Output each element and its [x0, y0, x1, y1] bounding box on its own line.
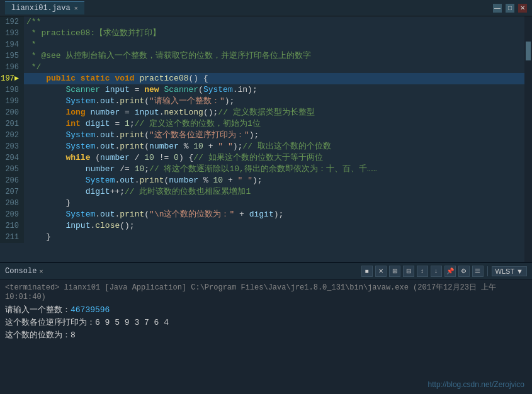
code-token: .: [95, 96, 100, 106]
code-token: =: [130, 85, 144, 94]
console-pin-btn[interactable]: 📌: [444, 266, 456, 277]
line-content: int digit = 1;// 定义这个数的位数，初始为1位: [24, 118, 524, 130]
code-line: 200 long number = input.nextLong();// 定义…: [0, 107, 524, 118]
code-token: +: [234, 210, 249, 219]
editor-tab[interactable]: lianxi01.java ✕: [5, 1, 84, 14]
editor-scrollbar[interactable]: [524, 16, 532, 262]
console-output-line: 这个数各位逆序打印为：6 9 5 9 3 7 6 4: [5, 317, 527, 329]
code-token: =: [120, 108, 134, 117]
code-line: 201 int digit = 1;// 定义这个数的位数，初始为1位: [0, 118, 524, 130]
code-token: System: [65, 142, 95, 151]
code-token: =: [110, 119, 125, 128]
code-token: (: [144, 96, 149, 106]
code-token: !=: [154, 153, 174, 162]
code-token: * practice08:【求位数并打印】: [26, 28, 161, 38]
line-content: input.close();: [24, 220, 524, 232]
console-scroll-lock-btn[interactable]: ↕: [417, 266, 428, 277]
code-token: System: [203, 85, 233, 94]
code-line: 198 Scanner input = new Scanner(System.i…: [0, 84, 524, 96]
code-token: "请输入一个整数：": [149, 96, 225, 106]
code-token: // 定义数据类型为长整型: [218, 108, 314, 117]
line-number: 205: [0, 164, 24, 175]
line-number: 201: [0, 118, 24, 130]
code-token: print: [120, 130, 144, 140]
line-number: 209: [0, 209, 24, 220]
code-token: .: [95, 130, 100, 140]
maximize-button[interactable]: □: [506, 4, 514, 13]
code-token: /**: [26, 17, 41, 26]
code-token: out: [100, 96, 115, 106]
title-bar: lianxi01.java ✕ — □ ✕: [0, 0, 532, 16]
wlst-button[interactable]: WLST ▼: [492, 266, 527, 276]
code-token: 10: [135, 164, 145, 174]
line-content: number /= 10;// 将这个数逐渐除以10,得出的余数即依次为：十、百…: [24, 164, 524, 175]
code-token: input: [135, 108, 159, 117]
line-content: Scanner input = new Scanner(System.in);: [24, 84, 524, 96]
code-token: print: [120, 210, 144, 219]
line-number: 200: [0, 107, 24, 118]
close-button[interactable]: ✕: [518, 4, 527, 13]
code-token: // 此时该数的位数也相应累增加1: [125, 187, 251, 196]
code-token: [26, 153, 65, 162]
code-token: ();: [120, 221, 134, 230]
code-line: 195 * @see 从控制台输入一个整数，请获取它的位数，并逆序打印各位上的数…: [0, 50, 524, 62]
code-token: );: [274, 210, 284, 219]
code-line: 205 number /= 10;// 将这个数逐渐除以10,得出的余数即依次为…: [0, 164, 524, 175]
code-token: (: [144, 142, 149, 151]
code-token: [26, 130, 65, 140]
code-line: 203 System.out.print(number % 10 + " ");…: [0, 141, 524, 152]
code-line: 209 System.out.print("\n这个数的位数为：" + digi…: [0, 209, 524, 220]
code-token: System: [65, 130, 95, 140]
code-token: ();: [203, 108, 218, 117]
code-token: [26, 119, 65, 128]
code-token: out: [100, 130, 115, 140]
code-line: 211 }: [0, 232, 524, 243]
code-token: digit: [86, 187, 110, 196]
console-settings-btn[interactable]: ⚙: [458, 266, 470, 277]
code-token: System: [65, 210, 95, 219]
code-token: number: [86, 164, 115, 174]
console-close-btn[interactable]: ✕: [375, 266, 387, 277]
console-output-line: 这个数的位数为：8: [5, 329, 527, 342]
code-token: System: [86, 176, 115, 185]
scrollbar-thumb[interactable]: [526, 42, 531, 60]
code-token: );: [249, 130, 259, 140]
code-token: }: [26, 232, 51, 242]
console-tab[interactable]: Console ✕: [5, 267, 43, 276]
console-copy-btn[interactable]: ⊞: [389, 266, 400, 277]
code-token: [26, 74, 46, 83]
minimize-button[interactable]: —: [493, 4, 502, 13]
code-token: [135, 74, 140, 83]
code-token: long: [65, 108, 85, 117]
code-line: 197► public static void practice08() {: [0, 73, 524, 84]
console-status: <terminated> lianxi01 [Java Application]…: [5, 282, 527, 301]
console-paste-btn[interactable]: ⊟: [403, 266, 414, 277]
tab-close-icon[interactable]: ✕: [74, 4, 78, 12]
line-content: */: [24, 62, 524, 73]
code-editor: 192/**193 * practice08:【求位数并打印】194 *195 …: [0, 16, 532, 262]
console-tab-close[interactable]: ✕: [39, 267, 43, 275]
code-token: [100, 85, 105, 94]
code-token: " ": [238, 176, 252, 185]
console-stop-btn[interactable]: ■: [361, 266, 373, 277]
line-number: 202: [0, 130, 24, 141]
code-token: "\n这个数的位数为：": [149, 210, 234, 219]
console-view-btn[interactable]: ☰: [472, 266, 484, 277]
code-token: input: [105, 85, 130, 94]
code-token: Scanner: [65, 85, 100, 94]
line-content: System.out.print("请输入一个整数：");: [24, 96, 524, 107]
code-token: [76, 74, 81, 83]
code-token: [81, 119, 86, 128]
console-output-line: 请输入一个整数：46739596: [5, 304, 527, 317]
code-token: [26, 164, 86, 174]
code-line: 199 System.out.print("请输入一个整数：");: [0, 96, 524, 107]
code-token: while: [65, 153, 90, 162]
console-scroll-end-btn[interactable]: ↓: [431, 266, 442, 277]
code-token: [26, 142, 65, 151]
code-token: 1: [125, 119, 130, 128]
code-token: ) {: [179, 153, 193, 162]
code-token: print: [120, 142, 144, 151]
code-token: out: [120, 176, 134, 185]
code-token: " ": [218, 142, 232, 151]
line-content: digit++;// 此时该数的位数也相应累增加1: [24, 186, 524, 198]
